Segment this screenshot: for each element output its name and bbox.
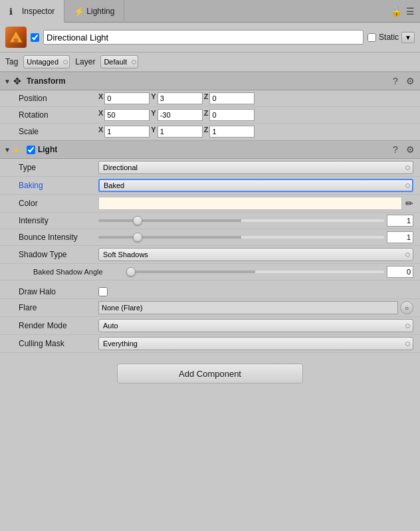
- rotation-label: Rotation: [19, 110, 98, 120]
- intensity-value[interactable]: [387, 215, 413, 227]
- type-row: Type Directional Point Spot Area: [0, 159, 420, 177]
- bounce-intensity-label: Bounce Intensity: [19, 233, 98, 242]
- flare-input[interactable]: [98, 301, 398, 314]
- light-help-btn[interactable]: ?: [389, 144, 401, 156]
- object-active-checkbox-label[interactable]: [31, 33, 39, 42]
- intensity-slider[interactable]: [98, 219, 384, 222]
- layer-select[interactable]: Default: [100, 55, 138, 68]
- scale-y-input[interactable]: [158, 126, 203, 138]
- rotation-y-label: Y: [151, 109, 156, 121]
- static-dropdown-btn[interactable]: ▼: [401, 32, 415, 43]
- svg-rect-1: [14, 39, 18, 43]
- baking-select-wrapper: Realtime Baked Mixed: [98, 179, 413, 192]
- tab-inspector-label: Inspector: [22, 7, 54, 16]
- rotation-x-label: X: [98, 109, 103, 121]
- lock-button[interactable]: 🔒: [391, 6, 402, 17]
- type-select[interactable]: Directional Point Spot Area: [98, 161, 413, 174]
- render-mode-select-wrapper: Auto Important Not Important: [98, 319, 413, 332]
- light-collapse[interactable]: ▼: [4, 146, 11, 154]
- render-mode-row: Render Mode Auto Important Not Important: [0, 317, 420, 335]
- baking-label: Baking: [19, 181, 98, 190]
- tag-select[interactable]: Untagged: [23, 55, 70, 68]
- tab-actions: 🔒 ☰: [391, 0, 420, 22]
- flare-label: Flare: [19, 303, 98, 312]
- draw-halo-label: Draw Halo: [19, 287, 98, 296]
- position-x-input[interactable]: [104, 92, 150, 104]
- shadow-type-select-wrapper: No Shadows Hard Shadows Soft Shadows: [98, 248, 413, 261]
- tab-inspector[interactable]: ℹ Inspector: [0, 0, 64, 23]
- light-properties: Type Directional Point Spot Area Baking …: [0, 159, 420, 353]
- rotation-x-input[interactable]: [104, 109, 150, 121]
- bounce-intensity-value[interactable]: [387, 231, 413, 243]
- bounce-intensity-slider-wrapper: [98, 231, 413, 243]
- object-active-checkbox[interactable]: [31, 33, 39, 42]
- rotation-z-input[interactable]: [209, 109, 255, 121]
- intensity-row: Intensity: [0, 213, 420, 229]
- menu-button[interactable]: ☰: [406, 6, 415, 17]
- rotation-row: Rotation X Y Z: [0, 107, 420, 124]
- light-enabled-checkbox[interactable]: [27, 146, 35, 154]
- shadow-type-select[interactable]: No Shadows Hard Shadows Soft Shadows: [98, 248, 413, 261]
- transform-properties: Position X Y Z Rotation X Y Z Scale X Y: [0, 90, 420, 140]
- color-picker-icon[interactable]: ✏: [405, 198, 413, 209]
- type-label: Type: [19, 163, 98, 172]
- object-header: Static ▼: [0, 23, 420, 53]
- transform-settings-btn[interactable]: ⚙: [404, 75, 416, 87]
- draw-halo-checkbox[interactable]: [98, 287, 108, 296]
- tab-lighting[interactable]: ⚡ Lighting: [64, 0, 124, 22]
- baked-shadow-angle-slider[interactable]: [126, 270, 384, 273]
- baking-select[interactable]: Realtime Baked Mixed: [98, 179, 413, 192]
- layer-select-wrapper: Default: [100, 55, 138, 68]
- tag-label: Tag: [5, 57, 18, 66]
- tag-layer-row: Tag Untagged Layer Default: [0, 53, 420, 72]
- position-z-input[interactable]: [209, 92, 255, 104]
- static-checkbox[interactable]: [368, 33, 376, 42]
- baked-shadow-angle-slider-wrapper: [126, 266, 413, 278]
- bounce-intensity-slider[interactable]: [98, 236, 384, 239]
- tab-bar: ℹ Inspector ⚡ Lighting 🔒 ☰: [0, 0, 420, 23]
- render-mode-select[interactable]: Auto Important Not Important: [98, 319, 413, 332]
- draw-halo-fields: [98, 287, 413, 296]
- rotation-fields: X Y Z: [98, 109, 413, 121]
- culling-mask-label: Culling Mask: [19, 339, 98, 348]
- color-swatch[interactable]: [98, 197, 402, 210]
- baked-shadow-angle-value[interactable]: [387, 266, 413, 278]
- flare-fields: ○: [98, 301, 413, 314]
- position-z-label: Z: [204, 92, 209, 104]
- add-component-button[interactable]: Add Component: [117, 364, 303, 383]
- baked-shadow-angle-label: Baked Shadow Angle: [33, 268, 126, 276]
- culling-mask-row: Culling Mask Nothing Everything Default: [0, 335, 420, 353]
- render-mode-label: Render Mode: [19, 321, 98, 330]
- position-y-input[interactable]: [158, 92, 203, 104]
- transform-help-btn[interactable]: ?: [389, 75, 401, 87]
- baked-shadow-angle-row: Baked Shadow Angle: [0, 264, 420, 280]
- position-fields: X Y Z: [98, 92, 413, 104]
- shadow-type-label: Shadow Type: [19, 250, 98, 259]
- culling-mask-select-wrapper: Nothing Everything Default: [98, 337, 413, 350]
- object-name-input[interactable]: [43, 30, 364, 45]
- scale-y-label: Y: [151, 126, 156, 138]
- type-select-wrapper: Directional Point Spot Area: [98, 161, 413, 174]
- flare-picker-btn[interactable]: ○: [400, 301, 413, 314]
- scale-z-input[interactable]: [209, 126, 255, 138]
- draw-halo-row: Draw Halo: [0, 284, 420, 299]
- scale-row: Scale X Y Z: [0, 124, 420, 140]
- light-title: Light: [38, 145, 387, 154]
- rotation-z-label: Z: [204, 109, 209, 121]
- transform-collapse[interactable]: ▼: [4, 78, 11, 85]
- light-section-header: ▼ ● Light ? ⚙: [0, 140, 420, 159]
- rotation-y-input[interactable]: [158, 109, 203, 121]
- light-actions: ? ⚙: [389, 144, 416, 156]
- flare-row: Flare ○: [0, 299, 420, 317]
- tab-lighting-label: Lighting: [86, 7, 114, 16]
- tag-select-wrapper: Untagged: [23, 55, 70, 68]
- intensity-label: Intensity: [19, 216, 98, 225]
- position-row: Position X Y Z: [0, 90, 420, 107]
- light-settings-btn[interactable]: ⚙: [404, 144, 416, 156]
- transform-actions: ? ⚙: [389, 75, 416, 87]
- lighting-icon: ⚡: [74, 7, 83, 16]
- scale-x-input[interactable]: [104, 126, 150, 138]
- culling-mask-select[interactable]: Nothing Everything Default: [98, 337, 413, 350]
- scale-x-label: X: [98, 126, 103, 138]
- scale-z-label: Z: [204, 126, 209, 138]
